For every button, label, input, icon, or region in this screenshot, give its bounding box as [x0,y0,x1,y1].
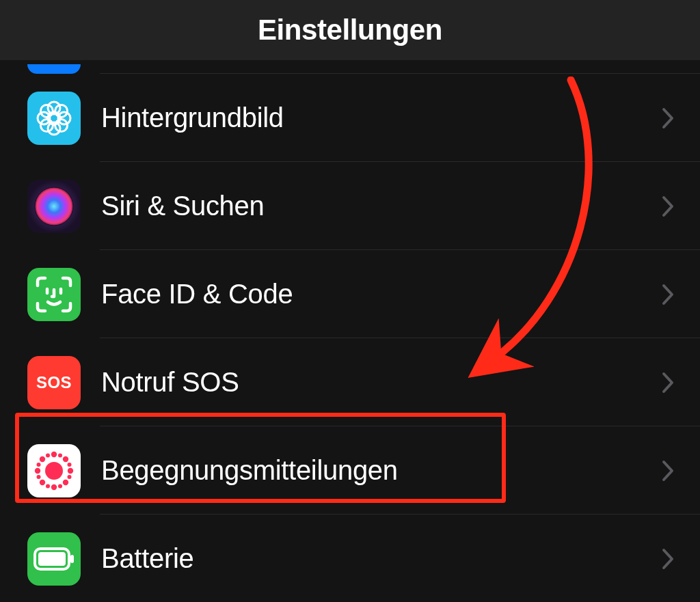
exposure-icon [27,444,81,497]
svg-point-29 [68,475,72,479]
svg-point-14 [51,451,57,456]
svg-point-24 [46,484,50,488]
previous-row-icon-sliver [27,64,81,74]
svg-point-15 [51,484,57,489]
row-label: Face ID & Code [101,279,662,310]
svg-point-25 [58,484,62,488]
page-title: Einstellungen [258,14,442,46]
chevron-right-icon [662,548,674,570]
row-label: Begegnungsmitteilungen [101,455,662,486]
svg-point-13 [45,462,63,480]
svg-point-19 [63,456,68,461]
svg-point-26 [37,463,41,467]
svg-point-7 [40,119,53,131]
wallpaper-icon [27,92,81,145]
chevron-right-icon [662,195,674,217]
battery-icon [27,532,81,586]
sos-icon-text: SOS [36,373,72,392]
settings-row-siri[interactable]: Siri & Suchen [0,162,700,250]
settings-row-sos[interactable]: SOS Notruf SOS [0,338,700,426]
svg-point-6 [55,105,68,117]
svg-point-18 [40,456,45,461]
svg-point-27 [37,475,41,479]
svg-rect-32 [70,555,74,563]
svg-point-22 [46,453,50,457]
chevron-right-icon [662,107,674,129]
svg-rect-31 [38,552,66,566]
settings-row-partial [0,60,700,74]
faceid-icon [27,268,81,321]
row-label: Notruf SOS [101,367,662,398]
svg-point-28 [68,463,72,467]
settings-row-faceid[interactable]: Face ID & Code [0,250,700,338]
svg-point-20 [40,479,45,484]
settings-list: Hintergrundbild S [0,60,700,602]
svg-point-8 [55,119,68,131]
svg-point-17 [68,467,73,473]
svg-point-23 [58,453,62,457]
siri-icon [27,180,81,233]
chevron-right-icon [662,372,674,394]
settings-row-wallpaper[interactable]: Hintergrundbild [0,74,700,162]
svg-point-21 [63,479,68,484]
row-label: Siri & Suchen [101,191,662,221]
row-label: Hintergrundbild [101,102,662,133]
chevron-right-icon [662,460,674,482]
sos-icon: SOS [27,356,81,409]
svg-point-16 [35,467,40,473]
row-label: Batterie [101,543,662,574]
svg-point-5 [40,105,53,117]
settings-row-battery[interactable]: Batterie [0,515,700,602]
chevron-right-icon [662,284,674,305]
settings-row-exposure[interactable]: Begegnungsmitteilungen [0,426,700,515]
header: Einstellungen [0,0,700,60]
